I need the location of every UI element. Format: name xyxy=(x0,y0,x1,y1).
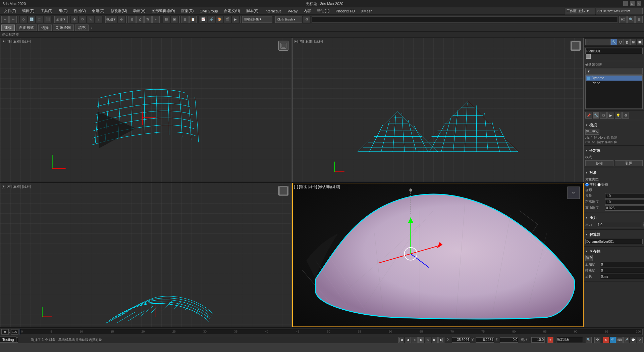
material-editor-button[interactable]: 🎨 xyxy=(216,16,223,23)
top-icon-5[interactable]: ⊞ xyxy=(630,39,636,45)
filter-all-dropdown[interactable]: 全部▼ xyxy=(54,16,68,23)
maximize-button[interactable]: □ xyxy=(630,1,635,6)
menu-group[interactable]: 组(G) xyxy=(56,8,70,14)
quick-render-button[interactable]: Rx xyxy=(619,16,627,23)
timeline-track[interactable]: 0 5 10 15 20 25 30 35 40 45 50 55 60 65 … xyxy=(19,329,643,335)
step-input[interactable]: 0.ms xyxy=(600,274,644,279)
menu-content[interactable]: 内容 xyxy=(301,8,314,14)
current-frame-input[interactable] xyxy=(1,329,9,335)
search-button[interactable]: 🔍 xyxy=(586,337,592,343)
rect-select-button[interactable]: ⬚ xyxy=(36,16,43,23)
mirror-button[interactable]: ⊟ xyxy=(163,16,170,23)
menu-animation[interactable]: 动画(A) xyxy=(130,8,148,14)
start-frame-input[interactable]: 0 xyxy=(600,262,644,267)
top-icon-4[interactable]: 🗑 xyxy=(624,39,630,45)
modifier-dynamo[interactable]: Dynamo xyxy=(586,76,642,81)
scene-explorer-button[interactable]: 📋 xyxy=(189,16,197,23)
search-field[interactable] xyxy=(312,16,618,23)
prev-frame-button[interactable]: ◀ xyxy=(405,337,411,343)
play-button[interactable]: ▶ xyxy=(418,337,424,343)
y-coord-input[interactable]: 6.2281 xyxy=(476,337,494,343)
viewport-left[interactable]: [+] [左] [标准] [线框] xyxy=(0,183,291,327)
next-frame-button[interactable]: ▶ xyxy=(432,337,438,343)
pin-button[interactable]: 引脚 xyxy=(615,160,643,166)
object-paint-tab[interactable]: 对象绘制 xyxy=(53,25,74,31)
distance-input[interactable]: 1.0 xyxy=(605,199,644,205)
stop-interactive-button[interactable]: 停止交互 xyxy=(585,129,599,135)
viewport-top[interactable]: [+] [顶] [标准] [线框] xyxy=(0,38,291,182)
grid-input[interactable]: 10.0 xyxy=(531,337,545,343)
settings-icon[interactable]: ⚙ xyxy=(637,337,643,343)
hierarchy-icon-button[interactable]: ⬡ xyxy=(600,112,607,119)
collision-radio[interactable] xyxy=(597,183,601,186)
scale-type-button[interactable]: ⬦ xyxy=(95,16,102,23)
menu-view[interactable]: 视图(V) xyxy=(71,8,89,14)
workspace-dropdown[interactable]: 工作区: 默认 ▼ xyxy=(565,8,595,14)
chat-icon[interactable]: 💬 xyxy=(630,337,636,343)
modifier-dropdown[interactable]: ▼ xyxy=(585,68,643,75)
mass-input[interactable]: 1.0 xyxy=(605,193,644,199)
selection-tab[interactable]: 选择 xyxy=(38,25,52,31)
create-selection-set[interactable]: 创建选择集▼ xyxy=(242,16,272,23)
deform-radio[interactable] xyxy=(585,183,589,186)
menu-vray[interactable]: V-Ray xyxy=(285,8,300,14)
layer-manager-button[interactable]: ☰ xyxy=(181,16,189,23)
solver-input[interactable]: DynamoSolver001 xyxy=(585,239,643,244)
viewport-perspective[interactable]: [+] [透视] [标准] [默认明暗处理] 3D xyxy=(292,183,584,327)
lang-indicator[interactable]: S xyxy=(603,337,609,343)
end-frame-input[interactable]: 0 xyxy=(600,268,644,273)
menu-render[interactable]: 渲染(R) xyxy=(178,8,196,14)
close-button[interactable]: ✕ xyxy=(637,1,641,6)
menu-graph-editor[interactable]: 图形编辑器(D) xyxy=(149,8,178,14)
modeling-tab[interactable]: 建模 xyxy=(1,25,15,31)
motion-icon-button[interactable]: ▶ xyxy=(607,112,614,119)
select-object-button[interactable]: ⊹ xyxy=(20,16,27,23)
add-key-button[interactable]: + xyxy=(547,337,553,343)
angle-snap-button[interactable]: ∠ xyxy=(136,16,144,23)
cloth-brush-dropdown[interactable]: Cloth Brush▼ xyxy=(275,16,302,23)
move-button[interactable]: ✛ xyxy=(71,16,78,23)
display-icon-button[interactable]: 💡 xyxy=(615,112,622,119)
menu-xmesh[interactable]: XMesh xyxy=(358,8,375,14)
lang-cn[interactable]: 中 xyxy=(610,337,616,343)
spinner-snap-button[interactable]: ≈ xyxy=(152,16,160,23)
window-crossing-button[interactable]: ⬛ xyxy=(44,16,51,23)
menu-custom[interactable]: 自定义(U) xyxy=(221,8,243,14)
color-swatch[interactable] xyxy=(586,54,591,59)
play-start-button[interactable]: |◀ xyxy=(398,337,404,343)
modifier-icon-button[interactable]: 🔧 xyxy=(593,112,599,119)
freeform-tab[interactable]: 自由形式 xyxy=(16,25,37,31)
undo-button[interactable]: ↩ xyxy=(1,16,9,23)
schematic-view-button[interactable]: 🔗 xyxy=(208,16,215,23)
mic-icon[interactable]: 🎤 xyxy=(623,337,629,343)
graph-editors-button[interactable]: 📈 xyxy=(200,16,207,23)
extra-menu-button[interactable]: • xyxy=(90,26,94,30)
rotate-button[interactable]: ↻ xyxy=(79,16,86,23)
menu-tools[interactable]: 工具(T) xyxy=(38,8,55,14)
menu-phoenix[interactable]: Phoenix FD xyxy=(333,8,358,14)
scale-button[interactable]: ⤡ xyxy=(87,16,94,23)
object-name-input[interactable]: Plane001 xyxy=(585,48,643,54)
anchor-button[interactable]: 按锚 xyxy=(585,160,613,166)
prev-key-button[interactable]: ◁ xyxy=(412,337,418,343)
next-key-button[interactable]: ▷ xyxy=(425,337,431,343)
x-coord-input[interactable]: 35.6044 xyxy=(452,337,470,343)
select-object-display[interactable]: 选定对象 xyxy=(556,337,583,343)
menu-help[interactable]: 帮助(H) xyxy=(314,8,332,14)
save-button[interactable]: 储存 xyxy=(585,255,593,261)
play-end-button[interactable]: ▶| xyxy=(438,337,444,343)
render-button[interactable]: ▶ xyxy=(232,16,239,23)
top-icon-3[interactable]: ⬡ xyxy=(618,39,624,45)
menu-file[interactable]: 文件(F) xyxy=(1,8,19,14)
select-by-name-button[interactable]: 🔠 xyxy=(28,16,35,23)
brush-settings-button[interactable]: ⚙ xyxy=(303,16,310,23)
ref-coord-dropdown[interactable]: 视图▼ xyxy=(105,16,117,23)
center-pivot-button[interactable]: ⊙ xyxy=(118,16,125,23)
menu-modifier[interactable]: 修改器(M) xyxy=(108,8,130,14)
menu-interactive[interactable]: Interactive xyxy=(262,8,284,14)
top-icon-2[interactable]: 🔧 xyxy=(611,39,617,45)
pressure-input[interactable]: 1.0 xyxy=(597,222,641,227)
pressure-down[interactable]: ▼ xyxy=(643,225,644,227)
kbd-icon[interactable]: ⌨ xyxy=(616,337,623,343)
utilities-icon-button[interactable]: ⚙ xyxy=(622,112,629,119)
